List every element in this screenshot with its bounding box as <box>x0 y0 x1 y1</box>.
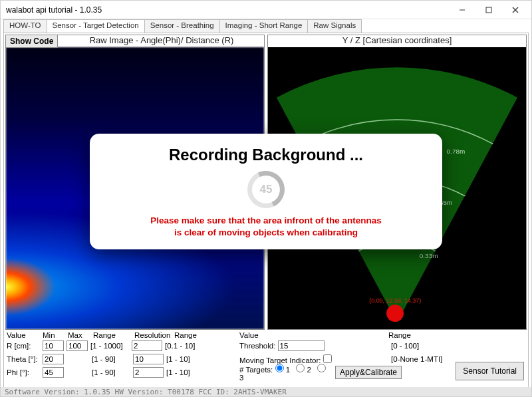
recording-modal: Recording Background ... 45 Please make … <box>90 134 442 249</box>
radar-title: Y / Z [Cartesian coordinates] <box>268 35 526 46</box>
tab-sensor-breathing[interactable]: Sensor - Breathing <box>144 19 220 33</box>
mti-range: [0-None 1-MTI] <box>391 355 442 363</box>
arena-controls: Value Min Max Range Resolution Range R [… <box>7 331 233 379</box>
threshold-range: [0 - 100] <box>391 342 419 350</box>
theta-min-input[interactable] <box>43 354 64 364</box>
tab-raw-signals[interactable]: Raw Signals <box>307 19 362 33</box>
theta-label: Theta [°]: <box>7 355 40 363</box>
hdr-value: Value <box>7 331 40 339</box>
r-range: [1 - 1000] <box>90 342 129 350</box>
phi-range: [1 - 90] <box>92 368 130 376</box>
hdr-range: Range <box>93 331 132 339</box>
r-res-input[interactable] <box>132 340 162 351</box>
svg-rect-1 <box>486 7 491 13</box>
hdr-res: Resolution <box>134 331 172 339</box>
minimize-button[interactable] <box>449 3 475 17</box>
hdr2-range: Range <box>388 331 411 339</box>
hdr2-value: Value <box>239 331 386 339</box>
tab-sensor-target[interactable]: Sensor - Target Detection <box>47 19 145 33</box>
r-res-range: [0.1 - 10] <box>165 342 203 350</box>
phi-res-range: [1 - 10] <box>166 368 205 376</box>
hdr-resrange: Range <box>174 331 213 339</box>
progress-spinner: 45 <box>247 171 285 208</box>
tab-bar: HOW-TO Sensor - Target Detection Sensor … <box>3 19 529 33</box>
radar-target-dot <box>386 305 404 322</box>
modal-warn-2: is clear of moving objects when calibrat… <box>104 227 428 239</box>
phi-res-input[interactable] <box>133 367 164 378</box>
statusbar: Software Version: 1.0.35 HW Version: T00… <box>1 387 531 396</box>
radar-ring-3: 0.33m <box>420 252 438 259</box>
apply-calibrate-button[interactable]: Apply&Calibrate <box>335 366 402 379</box>
modal-warn-1: Please make sure that the area infront o… <box>104 215 428 227</box>
show-code-button[interactable]: Show Code <box>5 35 58 48</box>
radar-target-label: (0.09, 12.58, 14.37) <box>369 297 421 304</box>
titlebar: walabot api tutorial - 1.0.35 <box>1 1 531 19</box>
threshold-label: Threshold: <box>239 342 275 350</box>
phi-min-input[interactable] <box>43 367 64 378</box>
targets-radio-2[interactable] <box>296 364 305 372</box>
phi-label: Phi [°]: <box>7 368 40 376</box>
progress-value: 45 <box>247 171 285 208</box>
theta-range: [1 - 90] <box>92 355 130 363</box>
theta-res-range: [1 - 10] <box>166 355 205 363</box>
hdr-max: Max <box>68 331 90 339</box>
threshold-input[interactable] <box>278 340 325 351</box>
tab-howto[interactable]: HOW-TO <box>3 19 47 33</box>
hdr-min: Min <box>43 331 65 339</box>
controls-row: Value Min Max Range Resolution Range R [… <box>5 330 527 379</box>
targets-radio-3[interactable] <box>317 364 326 372</box>
modal-title: Recording Background ... <box>104 146 428 164</box>
radar-ring-1: 0.78m <box>447 148 466 155</box>
targets-label: # Targets: <box>239 366 273 374</box>
mti-checkbox[interactable] <box>323 354 332 363</box>
maximize-button[interactable] <box>475 3 502 17</box>
window-title: walabot api tutorial - 1.0.35 <box>6 5 449 15</box>
targets-radio-1[interactable] <box>275 364 284 372</box>
r-min-input[interactable] <box>43 340 64 351</box>
tab-imaging-short[interactable]: Imaging - Short Range <box>219 19 309 33</box>
r-label: R [cm]: <box>7 342 40 350</box>
sensor-tutorial-button[interactable]: Sensor Tutorial <box>456 362 524 380</box>
close-button[interactable] <box>502 3 529 17</box>
r-max-input[interactable] <box>66 340 88 351</box>
theta-res-input[interactable] <box>133 354 164 364</box>
